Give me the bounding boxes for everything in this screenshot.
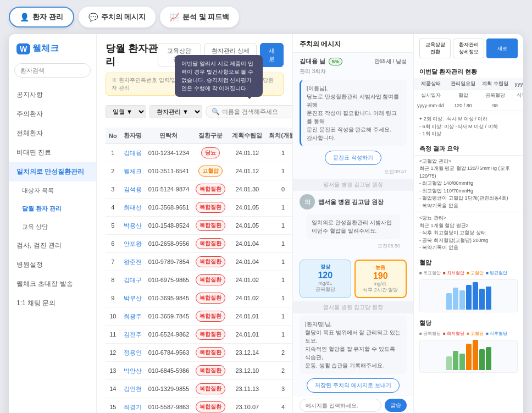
table-row: 11 김전주 010-6524-9862 복합질환 24.01.01 1 전송가… [106, 326, 292, 344]
cell-count: 0 [265, 180, 292, 199]
table-row: 3 김석용 010-5124-9874 복합질환 24.01.30 0 관리필요… [106, 180, 292, 199]
cell-plan: 23.10.07 [229, 398, 265, 414]
sidebar-item-daily[interactable]: 일치의로 만성질환관리 [9, 162, 96, 181]
tab-doctor-message[interactable]: 💬 주치의 메시지 [79, 7, 156, 27]
sidebar-item-attention[interactable]: 주의환자 [9, 104, 96, 124]
bs-normal-unit: mg/dL [304, 280, 346, 286]
bs-chart [419, 340, 518, 373]
cell-name[interactable]: 최태선 [120, 199, 145, 217]
cell-disease: 복합질환 [192, 362, 229, 380]
cell-no: 2 [106, 162, 120, 180]
cell-name[interactable]: 정용인 [120, 344, 145, 362]
third-doctor-bubble: [환자명]님,혈당이 목표 범위에서 잘 관리되고 있는도요.지속적인 혈당을 … [300, 316, 407, 374]
cell-disease: 복합질환 [192, 217, 229, 235]
cell-name[interactable]: 웰체크 [120, 162, 145, 180]
doctor-msg-time: 오전08:50 [300, 241, 407, 253]
cell-name[interactable]: 박안산 [120, 362, 145, 380]
cell-name[interactable]: 김대구 [120, 271, 145, 289]
table-row: 8 김대구 010-6975-9865 복합질환 24.01.02 1 전송가능… [106, 271, 292, 289]
sidebar-item-welcheck[interactable]: 웰체크 초대장 발송 [9, 274, 96, 294]
bs-high-value: 190 [360, 271, 402, 281]
cell-phone: 010-1234-1234 [145, 144, 193, 162]
col-no: No [106, 128, 120, 144]
form-write-button[interactable]: 문진표 작성하기 [325, 151, 381, 165]
sidebar-item-target[interactable]: 대상자 목록 [9, 181, 96, 200]
detail-btn2[interactable]: 환자관리 상세정보 [453, 38, 484, 58]
cell-no: 3 [106, 180, 120, 199]
msg-time-1: 오전09:47 [293, 167, 413, 179]
cell-plan: 24.01.12 [229, 144, 265, 162]
patient-name-search[interactable] [222, 108, 292, 115]
doctor-avatar: 의 앱서울 병원 김고담 원장 [300, 194, 407, 210]
message-panel: 주치의 메시지 김대용 님 5% 만55세 / 남성 관리 3회차 [이름님],… [292, 34, 413, 413]
sidebar-item-examination[interactable]: 검사, 검진 관리 [9, 236, 96, 255]
cell-name[interactable]: 최경기 [120, 398, 145, 414]
cell-name[interactable]: 박용산 [120, 217, 145, 235]
cell-disease: 복합질환 [192, 344, 229, 362]
new-btn2[interactable]: 새로 [486, 38, 518, 58]
sidebar-item-counseling[interactable]: 교육 상담 [9, 218, 96, 236]
saved-message-button[interactable]: 저장된 주치의 메시지로 보내기 [307, 378, 399, 393]
cell-bp2: 120 / 80 [447, 101, 479, 111]
sender-name: 김대용 님 [300, 57, 325, 65]
cell-name[interactable]: 최광주 [120, 307, 145, 326]
cell-name[interactable]: 김대용 [120, 144, 145, 162]
sidebar-item-chat[interactable]: 1:1 채팅 문의 [9, 294, 96, 313]
month-filter[interactable]: 일월 ▼ [106, 105, 146, 118]
sender-status: 5% [329, 58, 342, 65]
tab-analysis[interactable]: 📈 분석 및 피드백 [160, 7, 239, 27]
main-body: 당월 환자관리 교육상담 전환 환자관리 상세정보 새로 ※ 환자주민특번호 입… [97, 34, 523, 413]
cell-count: 1 [265, 235, 292, 253]
doctor-bubble: 일치의로 만성질환관리 시범사업이번주 혈압을 알려주세요. [306, 214, 400, 239]
patient-icon: 👤 [20, 13, 29, 21]
bp-legend: ■ 목표혈압■ 최저혈압■ 고혈압■ 평균혈압 [414, 269, 523, 277]
patient-search-input[interactable] [14, 63, 91, 78]
cell-fbs: 98 [479, 101, 512, 111]
table-row: 5 박용산 010-1548-8524 복합질환 24.01.05 1 관리필요… [106, 217, 292, 235]
sidebar-item-notice[interactable]: 공지사항 [9, 85, 96, 104]
sidebar-item-monthly[interactable]: 달월 환자 관리 [9, 200, 96, 218]
sidebar-item-all[interactable]: 전체환자 [9, 124, 96, 143]
management-filter[interactable]: 환자관리 ▼ [149, 105, 202, 118]
cell-name[interactable]: 김인천 [120, 380, 145, 398]
cell-disease: 복합질환 [192, 326, 229, 344]
col-plan2: 계획 수립일 [479, 78, 512, 90]
cell-plan: 23.11.13 [229, 380, 265, 398]
send-button[interactable]: 발송 [385, 399, 407, 412]
sidebar-item-nonface[interactable]: 비대면 진료 [9, 143, 96, 162]
table-row: 12 정용인 010-6784-9563 복합질환 23.12.14 2 저장완… [106, 344, 292, 362]
cell-phone: 010-6975-9865 [145, 271, 193, 289]
table-row: 14 김인천 010-1329-9855 복합질환 23.11.13 3 저장완… [106, 380, 292, 398]
cell-name[interactable]: 김전주 [120, 326, 145, 344]
cell-name[interactable]: 왕준전 [120, 253, 145, 271]
cell-no: 9 [106, 289, 120, 307]
col-plan: 계획수립일 [229, 128, 265, 144]
cell-no: 5 [106, 217, 120, 235]
measure-note: <고혈압 관리> 최근 1개월 평균 혈압 120/75mmHg (오후 120… [414, 155, 523, 212]
sidebar-item-hospital[interactable]: 병원설정 [9, 255, 96, 274]
bs-normal-label: 공복혈당 [304, 286, 346, 293]
cell-phone: 010-6524-9862 [145, 326, 193, 344]
message-sender: 김대용 님 5% 만55세 / 남성 [293, 53, 413, 68]
message-input[interactable] [300, 399, 381, 412]
cell-count: 1 [265, 162, 292, 180]
cell-no: 4 [106, 199, 120, 217]
cell-no: 13 [106, 362, 120, 380]
message-title: 주치의 메시지 [300, 40, 341, 48]
cell-count: 2 [265, 344, 292, 362]
logo: W 웰체크 [9, 34, 96, 60]
cell-no: 15 [106, 398, 120, 414]
cell-no: 10 [106, 307, 120, 326]
cell-phone: 010-2658-9556 [145, 235, 193, 253]
cell-name[interactable]: 김석용 [120, 180, 145, 199]
bs-high-label: 식후 2시간 혈당 [360, 287, 402, 294]
col-count: 회치(개월) [265, 128, 292, 144]
main-container: W 웰체크 공지사항 주의환자 전체환자 비대면 진료 일치의로 만성질환관리 … [9, 34, 523, 413]
cell-name[interactable]: 박부산 [120, 289, 145, 307]
cell-disease: 고혈압 [192, 162, 229, 180]
new-button[interactable]: 새로 [260, 43, 284, 67]
doctor-name: 앱서울 병원 김고담 원장 [318, 198, 384, 206]
edu-consult-btn2[interactable]: 교육상담 전환 [419, 38, 451, 58]
tab-patient-management[interactable]: 👤 환자 관리 [9, 7, 74, 27]
cell-name[interactable]: 안포왕 [120, 235, 145, 253]
